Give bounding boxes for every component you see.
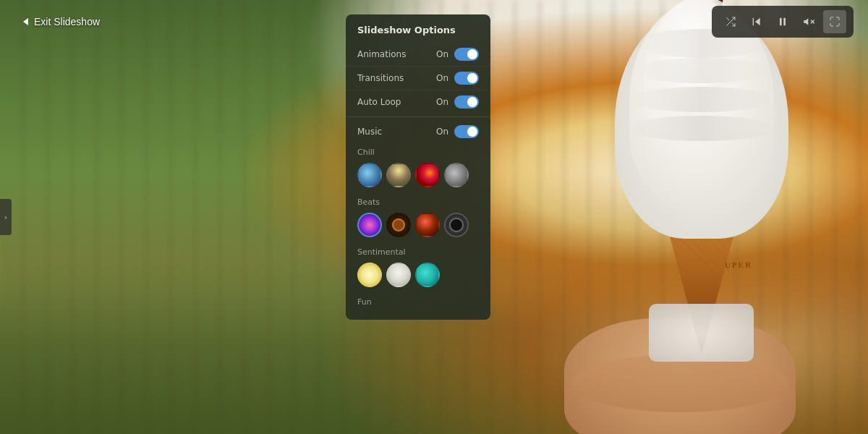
toolbar <box>712 6 854 38</box>
chill-track-2[interactable] <box>386 163 411 187</box>
transitions-value: On <box>436 73 448 83</box>
fullscreen-button[interactable] <box>823 10 846 33</box>
fun-category-label: Fun <box>346 293 490 310</box>
skip-back-button[interactable] <box>745 10 768 33</box>
exit-slideshow-button[interactable]: Exit Slideshow <box>14 10 109 33</box>
sidebar-toggle-icon: › <box>4 213 7 222</box>
shuffle-icon <box>725 16 736 27</box>
animations-value: On <box>436 49 448 59</box>
svg-marker-0 <box>755 18 760 26</box>
chill-tracks <box>346 160 490 193</box>
auto-loop-value: On <box>436 97 448 107</box>
sentimental-track-2[interactable] <box>386 263 411 287</box>
sentimental-category-label: Sentimental <box>346 243 490 260</box>
chill-track-4[interactable] <box>444 163 469 187</box>
exit-slideshow-label: Exit Slideshow <box>34 16 100 27</box>
animations-label: Animations <box>357 49 406 59</box>
svg-rect-2 <box>780 18 782 26</box>
auto-loop-label: Auto Loop <box>357 97 401 107</box>
music-control: On <box>436 125 479 138</box>
beats-tracks <box>346 210 490 243</box>
volume-mute-icon <box>803 16 814 27</box>
auto-loop-control: On <box>436 95 479 109</box>
beats-track-1[interactable] <box>357 213 382 237</box>
chill-track-1[interactable] <box>357 163 382 187</box>
transitions-control: On <box>436 72 479 85</box>
beats-track-4[interactable] <box>444 213 469 237</box>
beats-category-label: Beats <box>346 193 490 210</box>
auto-loop-toggle[interactable] <box>454 95 479 109</box>
music-value: On <box>436 127 448 137</box>
sidebar-toggle-button[interactable]: › <box>0 199 12 235</box>
svg-rect-3 <box>783 18 786 26</box>
sentimental-track-1[interactable] <box>357 263 382 287</box>
pause-button[interactable] <box>771 10 794 33</box>
animations-control: On <box>436 48 479 61</box>
transitions-row: Transitions On <box>346 66 490 90</box>
shuffle-button[interactable] <box>719 10 742 33</box>
music-label: Music <box>357 127 382 137</box>
options-panel-title: Slideshow Options <box>346 25 490 43</box>
transitions-toggle[interactable] <box>454 72 479 85</box>
animations-row: Animations On <box>346 43 490 66</box>
auto-loop-row: Auto Loop On <box>346 90 490 114</box>
music-row: Music On <box>346 120 490 143</box>
music-toggle[interactable] <box>454 125 479 138</box>
chill-track-3[interactable] <box>415 163 440 187</box>
mute-button[interactable] <box>797 10 820 33</box>
fullscreen-icon <box>829 16 841 27</box>
beats-track-2[interactable] <box>386 213 411 237</box>
skip-back-icon <box>751 16 762 27</box>
chill-category-label: Chill <box>346 143 490 160</box>
pause-icon <box>777 16 788 27</box>
divider-1 <box>346 116 490 117</box>
sentimental-tracks <box>346 260 490 293</box>
svg-marker-4 <box>804 18 808 25</box>
sentimental-track-3[interactable] <box>415 263 440 287</box>
animations-toggle[interactable] <box>454 48 479 61</box>
beats-track-3[interactable] <box>415 213 440 237</box>
slideshow-options-panel: Slideshow Options Animations On Transiti… <box>346 14 490 320</box>
transitions-label: Transitions <box>357 73 404 83</box>
chevron-left-icon <box>23 18 28 25</box>
